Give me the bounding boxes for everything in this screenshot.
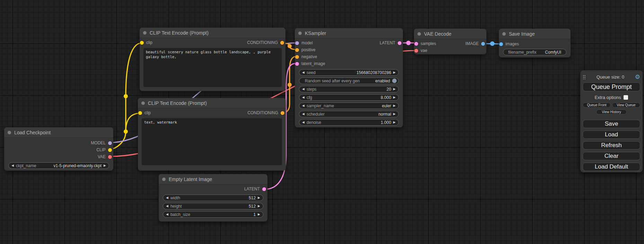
input-port-vae[interactable]: [414, 49, 418, 53]
output-port-latent[interactable]: [398, 41, 402, 45]
reroute-dot-image[interactable]: [490, 42, 495, 46]
node-vae-decode[interactable]: VAE Decode samples IMAGE vae: [414, 29, 486, 54]
prev-value-arrow-icon[interactable]: [302, 104, 305, 107]
view-history-button[interactable]: View History: [596, 109, 627, 115]
input-port-images[interactable]: [499, 42, 503, 46]
prev-value-arrow-icon[interactable]: [302, 121, 305, 124]
input-port-clip[interactable]: [140, 41, 144, 45]
prev-value-arrow-icon[interactable]: [166, 196, 168, 199]
widget-label: seed: [307, 70, 316, 75]
output-port-conditioning[interactable]: [281, 111, 284, 115]
widget-random-seed-toggle[interactable]: Random seed after every gen enabled: [299, 78, 399, 84]
settings-gear-icon[interactable]: ⚙: [635, 74, 640, 80]
collapse-dot-icon[interactable]: [8, 131, 11, 134]
node-clip-text-encode-negative[interactable]: CLIP Text Encode (Prompt) clip CONDITION…: [138, 98, 286, 171]
queue-front-button[interactable]: Queue Front: [583, 102, 611, 108]
widget-cfg[interactable]: cfg 8.000: [299, 94, 399, 101]
refresh-button[interactable]: Refresh: [583, 141, 640, 150]
output-port-latent[interactable]: [262, 187, 266, 191]
output-port-model[interactable]: [108, 141, 112, 145]
output-port-vae[interactable]: [108, 155, 112, 159]
node-title-bar[interactable]: CLIP Text Encode (Prompt): [138, 98, 286, 108]
widget-label: sampler_name: [307, 103, 334, 108]
input-port-model[interactable]: [295, 41, 299, 45]
next-value-arrow-icon[interactable]: [104, 164, 106, 167]
widget-value: 20: [387, 87, 391, 92]
widget-batch-size[interactable]: batch_size 1: [163, 211, 263, 218]
node-graph-canvas[interactable]: Load Checkpoint MODEL CLIP VAE ckpt_name…: [0, 0, 644, 244]
extra-options-checkbox[interactable]: [624, 95, 628, 100]
collapse-dot-icon[interactable]: [298, 31, 302, 35]
load-button[interactable]: Load: [583, 130, 640, 139]
prev-value-arrow-icon[interactable]: [302, 96, 305, 99]
node-clip-text-encode-positive[interactable]: CLIP Text Encode (Prompt) clip CONDITION…: [140, 28, 285, 91]
next-value-arrow-icon[interactable]: [393, 121, 396, 124]
input-port-positive[interactable]: [295, 48, 299, 52]
next-value-arrow-icon[interactable]: [393, 96, 396, 99]
prev-value-arrow-icon[interactable]: [302, 71, 305, 74]
output-port-conditioning[interactable]: [280, 41, 284, 45]
prev-value-arrow-icon[interactable]: [302, 88, 305, 91]
reroute-dot-clip-lower[interactable]: [124, 129, 128, 134]
prev-value-arrow-icon[interactable]: [166, 205, 168, 208]
widget-height[interactable]: height 512: [163, 203, 263, 209]
widget-ckpt-name[interactable]: ckpt_name v1-5-pruned-emaonly.ckpt: [8, 162, 109, 169]
widget-sampler-name[interactable]: sampler_name euler: [299, 102, 399, 109]
input-label-images: images: [505, 42, 519, 46]
output-port-clip[interactable]: [108, 148, 112, 152]
next-value-arrow-icon[interactable]: [393, 112, 396, 116]
widget-denoise[interactable]: denoise 1.000: [299, 119, 399, 126]
next-value-arrow-icon[interactable]: [393, 88, 396, 91]
queue-prompt-button[interactable]: Queue Prompt: [583, 82, 640, 91]
node-ksampler[interactable]: KSampler model positive negative latent_…: [295, 28, 403, 127]
input-port-negative[interactable]: [295, 55, 299, 59]
node-title-bar[interactable]: Save Image: [499, 29, 571, 39]
widget-steps[interactable]: steps 20: [299, 86, 399, 92]
collapse-dot-icon[interactable]: [502, 32, 506, 36]
load-default-button[interactable]: Load Default: [583, 163, 640, 171]
clear-button[interactable]: Clear: [583, 152, 640, 160]
output-port-image[interactable]: [481, 42, 485, 46]
reroute-dot-negative[interactable]: [288, 83, 292, 87]
next-value-arrow-icon[interactable]: [393, 104, 396, 107]
input-label-clip: clip: [144, 110, 151, 115]
widget-scheduler[interactable]: scheduler normal: [299, 111, 399, 117]
node-title-bar[interactable]: KSampler: [295, 28, 403, 38]
widget-value: 8.000: [381, 95, 391, 100]
node-empty-latent-image[interactable]: Empty Latent Image LATENT width 512 heig…: [159, 174, 267, 222]
next-value-arrow-icon[interactable]: [258, 205, 260, 208]
toggle-icon[interactable]: [392, 79, 397, 83]
widget-seed[interactable]: seed 156680208700286: [299, 69, 399, 76]
widget-filename-prefix[interactable]: filename_prefix ComfyUI: [503, 49, 566, 55]
node-title-bar[interactable]: Empty Latent Image: [159, 174, 267, 184]
node-title-bar[interactable]: VAE Decode: [414, 29, 486, 39]
next-value-arrow-icon[interactable]: [258, 196, 260, 199]
collapse-dot-icon[interactable]: [417, 32, 421, 36]
drag-handle-icon[interactable]: [583, 75, 586, 79]
save-button[interactable]: Save: [583, 120, 640, 128]
reroute-dot-clip-upper[interactable]: [124, 94, 128, 98]
collapse-dot-icon[interactable]: [143, 31, 147, 35]
node-title-bar[interactable]: Load Checkpoint: [4, 127, 113, 138]
reroute-dot-latent[interactable]: [406, 41, 411, 45]
reroute-dot-positive[interactable]: [288, 44, 292, 48]
input-port-clip[interactable]: [138, 111, 142, 115]
collapse-dot-icon[interactable]: [141, 101, 145, 105]
input-port-latent-image[interactable]: [295, 62, 299, 66]
input-label-negative: negative: [301, 54, 317, 59]
next-value-arrow-icon[interactable]: [258, 213, 260, 216]
prev-value-arrow-icon[interactable]: [11, 164, 14, 167]
view-queue-button[interactable]: View Queue: [612, 102, 640, 108]
prompt-text-input[interactable]: beautiful scenery nature glass bottle la…: [143, 48, 282, 87]
next-value-arrow-icon[interactable]: [393, 71, 396, 74]
prompt-text-input[interactable]: text, watermark: [142, 118, 282, 165]
collapse-dot-icon[interactable]: [162, 178, 166, 181]
widget-width[interactable]: width 512: [163, 195, 263, 201]
node-save-image[interactable]: Save Image images filename_prefix ComfyU…: [499, 29, 571, 57]
input-port-samples[interactable]: [414, 42, 418, 46]
prev-value-arrow-icon[interactable]: [166, 213, 168, 216]
node-load-checkpoint[interactable]: Load Checkpoint MODEL CLIP VAE ckpt_name…: [4, 127, 113, 171]
prev-value-arrow-icon[interactable]: [302, 112, 305, 116]
node-title-bar[interactable]: CLIP Text Encode (Prompt): [140, 28, 285, 38]
widget-label: steps: [307, 87, 317, 92]
